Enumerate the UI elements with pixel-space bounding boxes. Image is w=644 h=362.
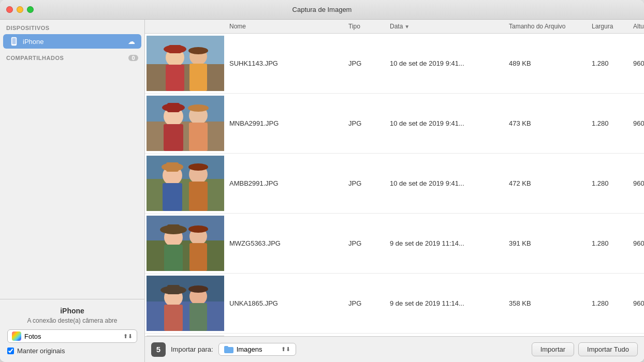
col-header-tamanho[interactable]: Tamanho do Arquivo bbox=[505, 23, 588, 30]
bottom-buttons: Importar Importar Tudo bbox=[532, 342, 638, 356]
shared-section-header: COMPARTILHADOS 0 bbox=[0, 50, 144, 63]
thumbnail-cell bbox=[145, 94, 225, 153]
cell-tipo: JPG bbox=[344, 117, 386, 129]
iphone-label: iPhone bbox=[23, 38, 124, 46]
cell-tipo: JPG bbox=[344, 57, 386, 69]
svg-rect-17 bbox=[164, 124, 183, 151]
app-dropdown[interactable]: Fotos ⬆⬇ bbox=[7, 329, 137, 343]
iphone-icon bbox=[9, 37, 19, 46]
cell-tamanho: 358 KB bbox=[505, 297, 588, 309]
bottom-bar: 5 Importar para: Imagens ⬆⬇ Importar Imp… bbox=[145, 336, 644, 362]
svg-rect-47 bbox=[164, 305, 183, 331]
cell-altura: 960 bbox=[629, 117, 644, 129]
thumbnail-cell bbox=[145, 274, 225, 333]
table-body: SUHK1143.JPGJPG10 de set de 2019 9:41...… bbox=[145, 34, 644, 336]
cell-altura: 960 bbox=[629, 237, 644, 249]
import-count-badge: 5 bbox=[151, 342, 166, 357]
cell-tipo: JPG bbox=[344, 177, 386, 189]
device-name-large: iPhone bbox=[7, 307, 137, 315]
svg-rect-25 bbox=[147, 179, 224, 211]
shared-badge: 0 bbox=[128, 55, 138, 61]
svg-rect-1 bbox=[12, 38, 16, 44]
cell-nome: SUHK1143.JPG bbox=[225, 57, 344, 69]
cell-largura: 1.280 bbox=[588, 57, 629, 69]
cell-nome: MWZG5363.JPG bbox=[225, 237, 344, 249]
cell-largura: 1.280 bbox=[588, 117, 629, 129]
checkbox-label: Manter originais bbox=[17, 347, 65, 355]
table-row[interactable]: SUHK1143.JPGJPG10 de set de 2019 9:41...… bbox=[145, 34, 644, 94]
sidebar: DISPOSITIVOS iPhone ☁ COMPARTILHADOS 0 i… bbox=[0, 20, 145, 362]
checkbox-row: Manter originais bbox=[7, 347, 137, 355]
manter-originais-checkbox[interactable] bbox=[7, 348, 14, 354]
svg-rect-24 bbox=[147, 156, 224, 179]
thumbnail-cell bbox=[145, 214, 225, 273]
sort-arrow-icon: ▼ bbox=[404, 24, 409, 29]
svg-point-22 bbox=[188, 104, 209, 112]
svg-rect-21 bbox=[189, 123, 208, 151]
content-area: Nome Tipo Data ▼ Tamanho do Arquivo Larg… bbox=[145, 20, 644, 362]
svg-rect-41 bbox=[189, 243, 207, 271]
col-header-tipo[interactable]: Tipo bbox=[344, 23, 386, 30]
col-header-data[interactable]: Data ▼ bbox=[386, 23, 505, 30]
minimize-button[interactable] bbox=[17, 6, 23, 13]
table-row[interactable]: UNKA1865.JPGJPG9 de set de 2019 11:14...… bbox=[145, 274, 644, 334]
svg-point-32 bbox=[188, 163, 208, 171]
col-header-nome[interactable]: Nome bbox=[225, 23, 344, 30]
import-count: 5 bbox=[156, 345, 160, 354]
icloud-icon: ☁ bbox=[128, 37, 135, 46]
cell-largura: 1.280 bbox=[588, 237, 629, 249]
destination-dropdown-arrow-icon: ⬆⬇ bbox=[281, 346, 290, 353]
sidebar-item-iphone[interactable]: iPhone ☁ bbox=[3, 34, 141, 49]
cell-data: 10 de set de 2019 9:41... bbox=[386, 57, 505, 69]
close-button[interactable] bbox=[6, 6, 13, 13]
svg-rect-9 bbox=[169, 45, 181, 53]
svg-point-52 bbox=[188, 285, 208, 293]
cell-tamanho: 391 KB bbox=[505, 237, 588, 249]
svg-rect-29 bbox=[166, 162, 179, 172]
cell-tipo: JPG bbox=[344, 297, 386, 309]
cell-data: 9 de set de 2019 11:14... bbox=[386, 237, 505, 249]
table-header: Nome Tipo Data ▼ Tamanho do Arquivo Larg… bbox=[145, 20, 644, 34]
svg-rect-39 bbox=[167, 224, 180, 234]
destination-label: Imagens bbox=[237, 345, 262, 353]
maximize-button[interactable] bbox=[27, 6, 34, 13]
svg-point-2 bbox=[13, 44, 14, 46]
svg-point-12 bbox=[188, 47, 208, 54]
main-content: DISPOSITIVOS iPhone ☁ COMPARTILHADOS 0 i… bbox=[0, 20, 644, 362]
folder-icon bbox=[224, 346, 233, 353]
svg-point-42 bbox=[188, 225, 208, 233]
app-select-row: Fotos ⬆⬇ bbox=[7, 329, 137, 343]
col-header-largura[interactable]: Largura bbox=[588, 23, 629, 30]
col-header-altura[interactable]: Altura bbox=[629, 23, 644, 30]
sidebar-bottom: iPhone A conexão deste(a) câmera abre Fo… bbox=[0, 299, 144, 362]
cell-altura: 960 bbox=[629, 297, 644, 309]
import-button[interactable]: Importar bbox=[532, 342, 574, 356]
svg-rect-49 bbox=[167, 285, 180, 294]
import-all-button[interactable]: Importar Tudo bbox=[578, 342, 638, 356]
dropdown-arrow-icon: ⬆⬇ bbox=[123, 333, 133, 340]
cell-data: 10 de set de 2019 9:41... bbox=[386, 177, 505, 189]
devices-label: DISPOSITIVOS bbox=[6, 25, 50, 31]
table-row[interactable]: AMBB2991.JPGJPG10 de set de 2019 9:41...… bbox=[145, 154, 644, 214]
table-row[interactable]: MWZG5363.JPGJPG9 de set de 2019 11:14...… bbox=[145, 214, 644, 274]
traffic-lights bbox=[6, 6, 34, 13]
import-to-label: Importar para: bbox=[171, 345, 213, 353]
thumbnail-cell bbox=[145, 34, 225, 93]
col-header-thumbnail bbox=[145, 23, 225, 30]
cell-nome: MNBA2991.JPG bbox=[225, 117, 344, 129]
shared-label: COMPARTILHADOS bbox=[6, 55, 64, 61]
svg-rect-15 bbox=[147, 122, 224, 151]
destination-dropdown[interactable]: Imagens ⬆⬇ bbox=[218, 343, 296, 356]
svg-rect-37 bbox=[164, 245, 183, 271]
svg-rect-31 bbox=[189, 182, 208, 211]
device-connection-text: A conexão deste(a) câmera abre bbox=[7, 317, 137, 324]
svg-rect-5 bbox=[147, 64, 224, 91]
svg-rect-45 bbox=[147, 301, 224, 331]
cell-tipo: JPG bbox=[344, 237, 386, 249]
title-bar: Captura de Imagem bbox=[0, 0, 644, 20]
devices-section-header: DISPOSITIVOS bbox=[0, 20, 144, 33]
cell-nome: UNKA1865.JPG bbox=[225, 297, 344, 309]
cell-largura: 1.280 bbox=[588, 177, 629, 189]
table-row[interactable]: MNBA2991.JPGJPG10 de set de 2019 9:41...… bbox=[145, 94, 644, 154]
fotos-app-icon bbox=[12, 331, 21, 341]
